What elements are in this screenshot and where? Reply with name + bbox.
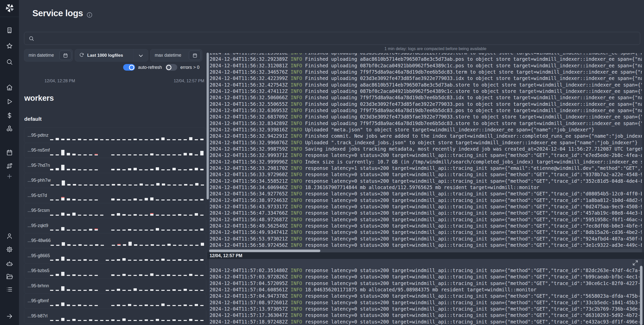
activity-bar	[89, 169, 92, 170]
activity-bar	[128, 199, 131, 200]
activity-bar	[78, 275, 81, 276]
activity-bar	[200, 320, 204, 321]
building-icon[interactable]	[6, 27, 13, 34]
activity-bar	[67, 259, 70, 261]
activity-bar	[139, 260, 142, 261]
bar-gap	[100, 276, 103, 276]
windmill-logo[interactable]	[5, 3, 14, 14]
worker-row[interactable]: ...95-g8665	[24, 248, 206, 263]
worker-row[interactable]: ...95-brhnn	[24, 278, 206, 294]
activity-bar	[145, 198, 148, 200]
log-line: 2024-12-04T11:56:32.239816Z INFO Finishe…	[210, 53, 642, 56]
activity-bar	[78, 320, 81, 321]
worker-row[interactable]: ...95-phh7w	[24, 173, 206, 188]
log-line: 2024-12-04T11:56:32.999996Z INFO Index s…	[210, 159, 642, 165]
activity-bar	[73, 245, 76, 246]
activity-bar	[128, 290, 131, 291]
activity-bar	[156, 183, 160, 186]
worker-row[interactable]: ...95-b87rl	[24, 308, 206, 324]
worker-row[interactable]: ...95-gfbmf	[24, 293, 206, 309]
worker-row[interactable]: ...95-48w66	[24, 233, 206, 249]
errors-toggle[interactable]	[165, 64, 177, 71]
min-datetime-field[interactable]: min datetime	[24, 49, 73, 62]
activity-bar	[61, 227, 64, 231]
log-section-2-scrollbar[interactable]	[640, 266, 642, 325]
worker-activity-chart	[50, 251, 204, 261]
log-line: 2024-12-04T11:56:32.942291Z INFO Finishe…	[210, 133, 642, 139]
expand-icon[interactable]	[632, 260, 638, 266]
activity-bar	[190, 185, 193, 186]
activity-bar	[200, 259, 204, 261]
activity-bar	[189, 199, 192, 200]
activity-bar	[61, 318, 64, 321]
activity-bar	[78, 185, 82, 186]
plus-icon[interactable]	[6, 173, 13, 180]
activity-bar	[111, 274, 115, 276]
activity-bar	[128, 168, 131, 170]
activity-bar	[117, 259, 120, 261]
activity-bar	[72, 139, 76, 140]
list-icon[interactable]	[6, 286, 13, 293]
logfiles-range-select[interactable]: Last 1000 logfiles	[75, 49, 148, 62]
activity-bar	[83, 305, 87, 306]
activity-bar	[195, 199, 198, 200]
calendar-nav-icon[interactable]	[6, 149, 13, 156]
worker-list-scrollbar[interactable]	[207, 53, 209, 199]
log-line: 2024-12-04T11:56:34.558521Z INFO respons…	[210, 178, 642, 184]
worker-row[interactable]: ...95-ns5mf	[24, 143, 206, 158]
gear-icon[interactable]	[6, 246, 13, 253]
activity-bar	[122, 318, 126, 321]
activity-bar	[156, 319, 159, 321]
worker-row[interactable]: ...95-pdtnz	[24, 128, 206, 143]
person-icon[interactable]	[6, 233, 13, 239]
log-hscroll-thumb[interactable]	[209, 250, 320, 252]
activity-bar	[156, 290, 159, 291]
auto-refresh-toggle[interactable]	[123, 64, 135, 71]
log-line: 2024-12-04T11:56:58.972456Z INFO respons…	[210, 242, 642, 248]
route-icon[interactable]	[6, 162, 13, 169]
activity-bar	[83, 199, 87, 200]
search-input[interactable]	[24, 32, 640, 45]
arrow-right-icon[interactable]	[6, 313, 13, 320]
robot-icon[interactable]	[6, 260, 13, 267]
activity-bar	[100, 320, 103, 321]
activity-bar	[61, 165, 64, 170]
worker-list: ...95-pdtnz...95-ns5mf...95-7hd7n...95-p…	[24, 128, 206, 324]
worker-row[interactable]: ...95-5rcsm	[24, 203, 206, 218]
activity-bar	[161, 230, 165, 231]
info-icon[interactable]	[86, 12, 93, 18]
activity-bar	[95, 290, 98, 291]
worker-row[interactable]: ...95-tzl7d	[24, 188, 206, 203]
activity-bar	[139, 320, 142, 321]
log-section-1[interactable]: 2024-12-04T11:56:32.239816Z INFO Finishe…	[209, 53, 642, 249]
activity-bar	[72, 154, 76, 155]
dollar-icon[interactable]	[6, 112, 13, 119]
activity-bar	[145, 304, 148, 306]
boxes-icon[interactable]	[6, 125, 13, 132]
home-icon[interactable]	[6, 84, 13, 91]
activity-bar	[122, 214, 126, 216]
worker-row[interactable]: ...95-7hd7n	[24, 158, 206, 173]
play-icon[interactable]	[6, 98, 13, 105]
activity-bar	[51, 245, 54, 246]
log-section-2[interactable]: 2024-12-04T11:57:02.351480Z INFO respons…	[209, 259, 642, 325]
worker-activity-chart	[50, 190, 204, 200]
activity-bar	[95, 185, 98, 186]
activity-bar	[123, 244, 126, 246]
max-datetime-field[interactable]: max datetime	[150, 49, 202, 62]
folder-icon[interactable]	[6, 273, 13, 280]
activity-bar	[83, 259, 87, 261]
activity-bar	[90, 245, 93, 246]
star-icon[interactable]	[6, 43, 13, 49]
activity-bar	[78, 199, 81, 200]
activity-bar	[184, 184, 187, 186]
calendar-icon[interactable]	[59, 51, 71, 60]
worker-row[interactable]: ...95-zqkt9	[24, 218, 206, 233]
activity-bar	[184, 153, 187, 155]
calendar-icon[interactable]	[189, 51, 201, 60]
chevron-down-icon[interactable]	[138, 53, 144, 58]
activity-bar	[67, 214, 70, 216]
search-nav-icon[interactable]	[6, 58, 13, 65]
worker-row[interactable]: ...95-bzbs5	[24, 263, 206, 279]
log-line: 2024-12-04T11:56:32.996076Z INFO Uploade…	[210, 139, 642, 146]
